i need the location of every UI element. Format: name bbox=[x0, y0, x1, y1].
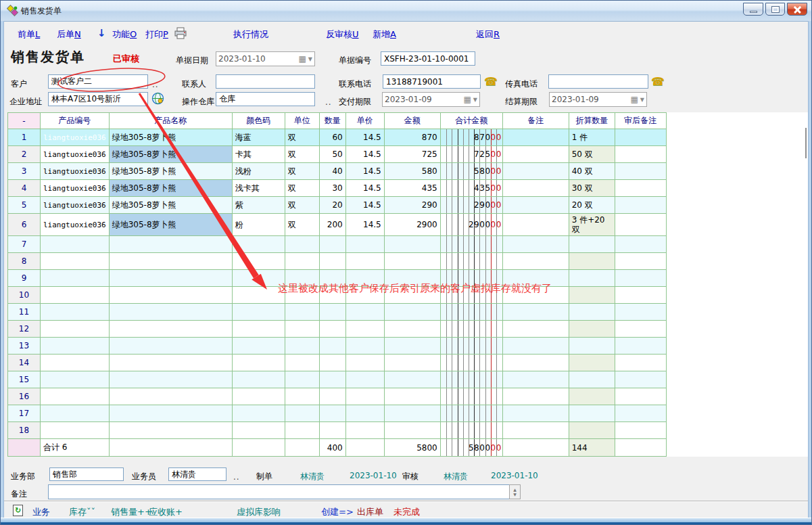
maximize-button[interactable] bbox=[765, 3, 785, 16]
column-header-color-code[interactable]: 颜色码 bbox=[232, 113, 285, 129]
cell-total-amount[interactable]: 58000 bbox=[440, 163, 502, 180]
cell-post-audit-note[interactable] bbox=[615, 405, 666, 422]
cell-total-amount[interactable] bbox=[440, 371, 502, 388]
cell-converted-qty[interactable] bbox=[569, 371, 615, 388]
cell-product-name[interactable]: 绿地305-8萝卜熊 bbox=[109, 214, 232, 236]
phone-input[interactable] bbox=[383, 74, 481, 89]
cell-product-code[interactable] bbox=[41, 422, 110, 439]
cell-post-audit-note[interactable] bbox=[615, 355, 666, 371]
toolbar-link-return[interactable]: 返回R bbox=[476, 28, 500, 41]
status-item-receivables[interactable]: 应收账+ bbox=[149, 506, 183, 518]
cell-row-no[interactable]: 12 bbox=[8, 321, 41, 338]
cell-post-audit-note[interactable] bbox=[615, 422, 666, 439]
cell-product-name[interactable] bbox=[109, 236, 232, 253]
cell-amount[interactable] bbox=[384, 388, 440, 405]
cell-product-name[interactable] bbox=[109, 371, 232, 388]
cell-post-audit-note[interactable] bbox=[615, 146, 666, 163]
cell-color-code[interactable] bbox=[232, 253, 285, 270]
cell-note[interactable] bbox=[502, 236, 569, 253]
cell-unit[interactable] bbox=[285, 304, 319, 321]
cell-quantity[interactable] bbox=[319, 321, 345, 338]
cell-color-code[interactable] bbox=[232, 405, 285, 422]
cell-total-amount[interactable] bbox=[440, 253, 502, 270]
cell-row-no[interactable]: 15 bbox=[8, 371, 41, 388]
column-header-converted-qty[interactable]: 折算数量 bbox=[569, 113, 615, 129]
cell-unit[interactable]: 双 bbox=[285, 214, 319, 236]
spinner-up-icon[interactable]: ▲ bbox=[513, 487, 517, 492]
cell-product-name[interactable] bbox=[109, 321, 232, 338]
cell-post-audit-note[interactable] bbox=[615, 214, 666, 236]
cell-unit-price[interactable]: 14.5 bbox=[345, 180, 384, 197]
cell-unit-price[interactable] bbox=[345, 422, 384, 439]
cell-product-name[interactable]: 绿地305-8萝卜熊 bbox=[109, 129, 232, 146]
cell-note[interactable] bbox=[502, 304, 569, 321]
cell-color-code[interactable] bbox=[232, 321, 285, 338]
cell-note[interactable] bbox=[502, 214, 569, 236]
cell-amount[interactable]: 2900 bbox=[384, 214, 440, 236]
cell-post-audit-note[interactable] bbox=[615, 321, 666, 338]
cell-row-no[interactable]: 7 bbox=[8, 236, 41, 253]
cell-unit-price[interactable] bbox=[345, 388, 384, 405]
cell-product-name[interactable] bbox=[109, 287, 232, 304]
cell-unit-price[interactable] bbox=[345, 371, 384, 388]
cell-unit-price[interactable]: 14.5 bbox=[345, 146, 384, 163]
cell-unit[interactable] bbox=[285, 405, 319, 422]
cell-product-code[interactable] bbox=[41, 253, 110, 270]
cell-unit[interactable]: 双 bbox=[285, 129, 319, 146]
note-spinner[interactable]: ▲▼ bbox=[509, 484, 521, 499]
delivery-deadline-combo[interactable]: 2023-01-09 ▦▼ bbox=[382, 92, 480, 107]
cell-unit-price[interactable] bbox=[345, 253, 384, 270]
close-button[interactable] bbox=[787, 3, 807, 16]
cell-row-no[interactable]: 8 bbox=[8, 253, 41, 270]
cell-product-code[interactable]: liangtuoxie036 bbox=[41, 146, 110, 163]
cell-converted-qty[interactable] bbox=[569, 321, 615, 338]
cell-quantity[interactable]: 20 bbox=[319, 197, 345, 214]
column-header-product-code[interactable]: 产品编号 bbox=[41, 113, 110, 129]
cell-post-audit-note[interactable] bbox=[615, 197, 666, 214]
cell-converted-qty[interactable] bbox=[569, 422, 615, 439]
cell-product-code[interactable] bbox=[41, 236, 110, 253]
cell-total-amount[interactable] bbox=[440, 388, 502, 405]
cell-product-name[interactable] bbox=[109, 355, 232, 371]
column-header-unit[interactable]: 单位 bbox=[285, 113, 319, 129]
cell-total-amount[interactable] bbox=[440, 355, 502, 371]
cell-amount[interactable] bbox=[384, 321, 440, 338]
cell-product-code[interactable] bbox=[41, 338, 110, 355]
cell-converted-qty[interactable] bbox=[569, 287, 615, 304]
cell-amount[interactable] bbox=[384, 371, 440, 388]
cell-note[interactable] bbox=[502, 371, 569, 388]
column-header-product-name[interactable]: 产品名称 bbox=[109, 113, 232, 129]
cell-post-audit-note[interactable] bbox=[615, 388, 666, 405]
customer-lookup-button[interactable]: .. bbox=[152, 80, 159, 89]
cell-row-no[interactable]: 10 bbox=[8, 287, 41, 304]
cell-quantity[interactable]: 50 bbox=[319, 146, 345, 163]
cell-unit-price[interactable] bbox=[345, 321, 384, 338]
cell-row-no[interactable]: 17 bbox=[8, 405, 41, 422]
cell-amount[interactable]: 435 bbox=[384, 180, 440, 197]
cell-row-no[interactable]: 14 bbox=[8, 355, 41, 371]
cell-row-no[interactable]: 5 bbox=[8, 197, 41, 214]
cell-product-name[interactable]: 绿地305-8萝卜熊 bbox=[109, 146, 232, 163]
cell-unit[interactable] bbox=[285, 371, 319, 388]
cell-product-code[interactable] bbox=[41, 321, 110, 338]
cell-unit-price[interactable]: 14.5 bbox=[345, 197, 384, 214]
doc-no-input[interactable] bbox=[381, 51, 475, 66]
cell-note[interactable] bbox=[502, 253, 569, 270]
cell-post-audit-note[interactable] bbox=[615, 163, 666, 180]
cell-converted-qty[interactable]: 40 双 bbox=[569, 163, 615, 180]
cell-post-audit-note[interactable] bbox=[615, 304, 666, 321]
cell-total-amount[interactable]: 29000 bbox=[440, 197, 502, 214]
cell-total-amount[interactable] bbox=[440, 422, 502, 439]
cell-unit-price[interactable] bbox=[345, 355, 384, 371]
cell-unit-price[interactable] bbox=[345, 304, 384, 321]
cell-color-code[interactable]: 浅卡其 bbox=[232, 180, 285, 197]
cell-total-amount[interactable] bbox=[440, 321, 502, 338]
cell-product-name[interactable] bbox=[109, 388, 232, 405]
customer-input[interactable] bbox=[48, 74, 148, 89]
doc-date-combo[interactable]: 2023-01-10 ▦▼ bbox=[216, 51, 315, 66]
cell-product-name[interactable] bbox=[109, 422, 232, 439]
cell-note[interactable] bbox=[502, 355, 569, 371]
chevron-down-icon[interactable]: ▼ bbox=[640, 97, 644, 103]
toolbar-link-print[interactable]: 打印P bbox=[145, 28, 168, 41]
cell-color-code[interactable] bbox=[232, 355, 285, 371]
